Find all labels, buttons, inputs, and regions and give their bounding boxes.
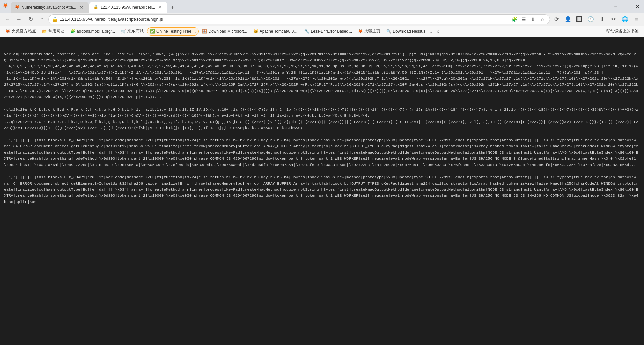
window-controls: − □ ✕ (612, 2, 641, 10)
bookmark-changyong-label: 常用网址 (48, 28, 64, 34)
tab1-title: Vulnerability: JavaScript Atta... (22, 5, 76, 10)
tab-current-active[interactable]: 🔒 121.40.115.95/vulnerabilities... ✕ (89, 2, 167, 13)
bookmarks-more-button[interactable]: » (437, 28, 440, 34)
menu-btn[interactable]: ≡ (631, 14, 641, 24)
address-icons: 🧩 ☰ ⬇ ☆ (510, 15, 546, 23)
bookmark-microsoft[interactable]: 🪟 Download Microsoft... (199, 27, 250, 36)
bookmark-less1-label: Less-1 **Error Based... (311, 29, 352, 34)
bookmark-huohu-home-label: 火狐主页 (364, 28, 380, 34)
maximize-button[interactable]: □ (623, 2, 631, 10)
nav-right-controls: ⟳ 👤 🔲 🕒 ⬇ ✂ 🌐 ≡ (551, 14, 641, 24)
tab2-close[interactable]: ✕ (157, 4, 163, 10)
translate-btn[interactable]: 🌐 (620, 14, 630, 24)
tab1-close[interactable]: ✕ (78, 4, 85, 10)
bookmark-nessus-label: Download Nessus | ... (393, 29, 432, 34)
bookmark-changyong[interactable]: 📂 常用网址 (39, 27, 67, 36)
bookmark-nessus-icon: 🔍 (386, 29, 391, 34)
security-icon: 🔒 (52, 17, 58, 22)
navigation-bar: ← → ↻ ⌂ 🔒 121.40.115.95/vulnerabilities/… (0, 13, 644, 26)
bookmark-microsoft-label: Download Microsoft... (208, 29, 247, 34)
bookmark-jd-icon: 🛒 (121, 29, 126, 34)
forward-button[interactable]: → (14, 14, 24, 24)
tab2-title: 121.40.115.95/vulnerabilities... (101, 5, 155, 10)
bookmark-huohu-home-icon: 🦊 (358, 29, 363, 34)
bookmark-online-testing-label: Online Testing Free ... (156, 29, 196, 34)
bookmark-huohu[interactable]: 🦊 火狐官方站点 (3, 27, 39, 36)
address-bar[interactable]: 🔒 121.40.115.95/vulnerabilities/javascri… (48, 14, 550, 24)
new-tab-button[interactable]: + (168, 3, 177, 13)
code-content-area: var a=['fromCharCode','toString','replac… (0, 37, 644, 345)
title-bar: 🦊 🦊 Vulnerability: JavaScript Atta... ✕ … (0, 0, 644, 13)
home-button[interactable]: ⌂ (37, 14, 47, 24)
close-button[interactable]: ✕ (633, 2, 641, 10)
bookmark-online-testing[interactable]: ✅ Online Testing Free ... (147, 27, 199, 36)
screenshots-btn[interactable]: ✂ (608, 14, 619, 24)
bookmark-jd[interactable]: 🛒 京东商城 (118, 27, 146, 36)
bookmarks-bar: 🦊 火狐官方站点 📂 常用网址 🧩 addons.mozilla.org/...… (0, 26, 644, 37)
downloads-btn[interactable]: ⬇ (597, 14, 607, 24)
tabs-area: 🦊 Vulnerability: JavaScript Atta... ✕ 🔒 … (11, 0, 610, 13)
tab1-favicon: 🦊 (15, 5, 20, 10)
bookmark-addons-label: addons.mozilla.org/... (77, 29, 115, 34)
bookmark-changyong-icon: 📂 (42, 29, 47, 34)
save-page-btn[interactable]: ⬇ (529, 15, 537, 23)
bookmark-huohu-home[interactable]: 🦊 火狐主页 (355, 27, 383, 36)
bookmark-online-testing-icon: ✅ (150, 29, 155, 34)
bookmark-huohu-label: 火狐官方站点 (12, 28, 36, 34)
sync-icon[interactable]: ⟳ (551, 14, 561, 24)
bookmark-tomcat-label: Apache Tomcat/8.0.... (260, 29, 299, 34)
tab2-favicon: 🔒 (93, 5, 99, 10)
code-text: var a=['fromCharCode','toString','replac… (4, 51, 640, 205)
reader-btn[interactable]: ☰ (520, 15, 528, 23)
refresh-button[interactable]: ↻ (25, 14, 36, 24)
account-btn[interactable]: 👤 (563, 14, 573, 24)
bookmark-huohu-icon: 🦊 (5, 29, 10, 34)
minimize-button[interactable]: − (612, 2, 620, 10)
browser-window: 🦊 🦊 Vulnerability: JavaScript Atta... ✕ … (0, 0, 644, 345)
bookmark-tomcat-icon: 🐱 (253, 29, 258, 34)
bookmark-microsoft-icon: 🪟 (202, 29, 207, 34)
bookmark-nessus[interactable]: 🔍 Download Nessus | ... (384, 27, 435, 36)
bookmark-less1-icon: 🔧 (304, 29, 309, 34)
mobile-bookmarks-label[interactable]: 移动设备上的书签 (604, 28, 641, 34)
pocket-btn[interactable]: 🔲 (574, 14, 584, 24)
bookmark-tomcat[interactable]: 🐱 Apache Tomcat/8.0.... (251, 27, 301, 36)
bookmark-addons[interactable]: 🧩 addons.mozilla.org/... (68, 27, 118, 36)
bookmark-less1[interactable]: 🔧 Less-1 **Error Based... (302, 27, 355, 36)
bookmark-jd-label: 京东商城 (127, 28, 144, 34)
history-btn[interactable]: 🕒 (586, 14, 596, 24)
browser-logo: 🦊 (3, 3, 9, 10)
extensions-btn[interactable]: 🧩 (510, 15, 518, 23)
back-button[interactable]: ← (3, 14, 13, 24)
bookmark-star[interactable]: ☆ (538, 15, 546, 23)
tab-vulnerability[interactable]: 🦊 Vulnerability: JavaScript Atta... ✕ (11, 2, 89, 13)
address-text: 121.40.115.95/vulnerabilities/javascript… (60, 17, 508, 22)
bookmark-addons-icon: 🧩 (70, 29, 75, 34)
